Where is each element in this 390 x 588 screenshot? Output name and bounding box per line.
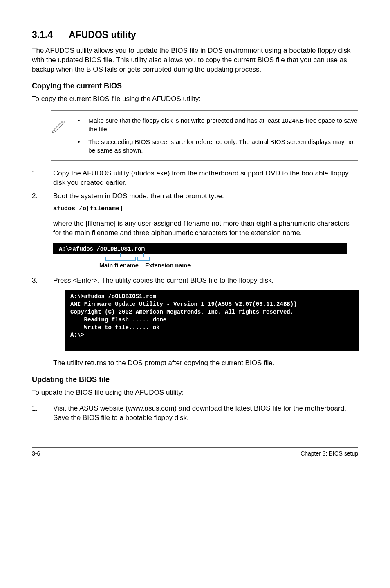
step-number: 3. [32,276,42,285]
step-number: 1. [32,404,42,423]
note-list: • Make sure that the floppy disk is not … [78,117,358,155]
step-text: Copy the AFUDOS utility (afudos.exe) fro… [53,169,358,188]
pencil-icon [51,117,66,155]
step-number: 2. [32,192,42,201]
step-text: Visit the ASUS website (www.asus.com) an… [53,404,358,423]
updating-heading: Updating the BIOS file [32,375,358,384]
note-item: • The succeeding BIOS screens are for re… [78,138,358,155]
updating-lead: To update the BIOS file using the AFUDOS… [32,388,358,397]
bullet-dot: • [78,138,80,155]
extension-name-label: Extension name [145,262,191,269]
page-footer: 3-6 Chapter 3: BIOS setup [32,447,358,457]
intro-paragraph: The AFUDOS utility allows you to update … [32,46,358,74]
filename-brackets [53,257,347,262]
page-number: 3-6 [32,450,40,457]
terminal-output-1: A:\>afudos /oOLDBIOS1.rom [53,243,347,254]
copying-heading: Copying the current BIOS [32,82,358,90]
step-item: 1. Visit the ASUS website (www.asus.com)… [32,404,358,423]
note-item: • Make sure that the floppy disk is not … [78,117,358,134]
section-heading: 3.1.4AFUDOS utility [32,29,358,40]
terminal-output-2: A:\>afudos /oOLDBIOS1.rom AMI Firmware U… [65,290,359,351]
steps-list-a: 1. Copy the AFUDOS utility (afudos.exe) … [32,169,358,201]
where-paragraph: where the [filename] is any user-assigne… [53,219,358,238]
bullet-dot: • [78,117,80,134]
svg-line-1 [62,122,63,123]
note-text: Make sure that the floppy disk is not wr… [88,117,358,134]
note-box: • Make sure that the floppy disk is not … [51,110,358,161]
note-text: The succeeding BIOS screens are for refe… [88,138,358,155]
step-number: 1. [32,169,42,188]
filename-labels: Main filename Extension name [53,262,347,270]
command-line: afudos /o[filename] [53,205,358,212]
step-text: Press <Enter>. The utility copies the cu… [53,276,358,285]
step-item: 2. Boot the system in DOS mode, then at … [32,192,358,201]
main-filename-label: Main filename [99,262,139,269]
svg-line-0 [54,130,56,131]
copying-lead: To copy the current BIOS file using the … [32,94,358,104]
steps-list-continue: 3. Press <Enter>. The utility copies the… [32,276,358,285]
step-item: 1. Copy the AFUDOS utility (afudos.exe) … [32,169,358,188]
step-item: 3. Press <Enter>. The utility copies the… [32,276,358,285]
steps-list-b: 1. Visit the ASUS website (www.asus.com)… [32,404,358,423]
section-number: 3.1.4 [32,29,69,40]
chapter-label: Chapter 3: BIOS setup [300,450,358,457]
section-title-text: AFUDOS utility [69,29,136,40]
step-text: Boot the system in DOS mode, then at the… [53,192,358,201]
after-terminal-paragraph: The utility returns to the DOS prompt af… [53,359,358,368]
